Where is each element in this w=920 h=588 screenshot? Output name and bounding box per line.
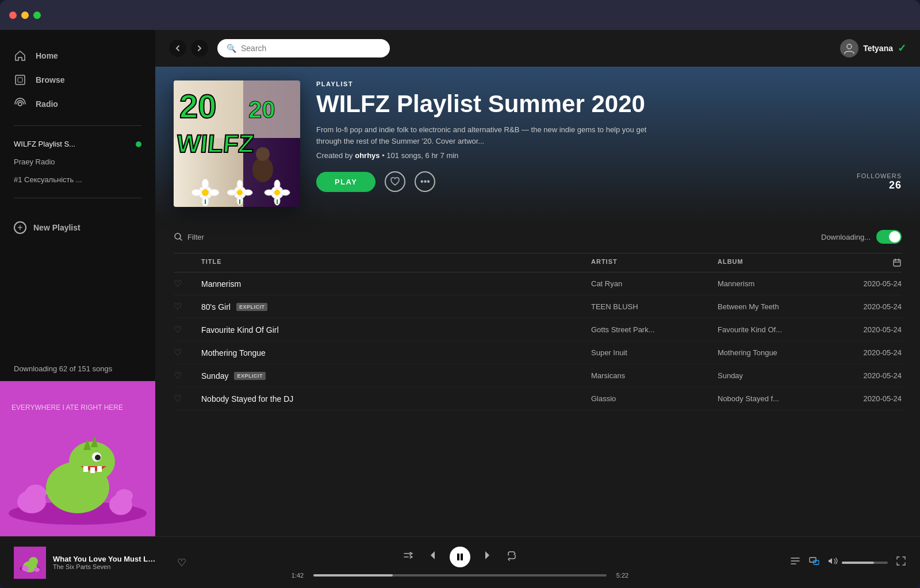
fullscreen-button[interactable] <box>896 556 906 569</box>
track-row[interactable]: ♡ Sunday EXPLICIT Marsicans Sunday 2020-… <box>174 364 902 387</box>
browse-label: Browse <box>36 75 65 84</box>
svg-line-49 <box>180 239 182 240</box>
svg-point-44 <box>281 190 290 195</box>
time-current: 1:42 <box>288 572 308 579</box>
volume-bar-container <box>828 556 888 569</box>
search-input[interactable] <box>241 44 381 53</box>
add-playlist-icon: + <box>14 221 26 234</box>
next-button[interactable] <box>482 549 494 564</box>
filter-bar: Filter Downloading... <box>174 221 902 253</box>
maximize-button[interactable] <box>33 11 41 19</box>
track-album: Sunday <box>718 371 844 380</box>
progress-track[interactable] <box>313 574 607 577</box>
now-playing-artist: The Six Parts Seven <box>53 563 170 570</box>
track-artist: Super Inuit <box>591 348 718 357</box>
sidebar-item-home[interactable]: Home <box>0 44 155 68</box>
devices-button[interactable] <box>808 555 820 570</box>
followers-count: 26 <box>857 179 902 191</box>
track-row[interactable]: ♡ Mannerism Cat Ryan Mannerism 2020-05-2… <box>174 272 902 295</box>
svg-point-40 <box>274 190 280 195</box>
playlist-header: 20 WILFZ 20 <box>155 67 920 221</box>
svg-point-19 <box>847 44 852 49</box>
pause-button[interactable] <box>450 547 470 567</box>
close-button[interactable] <box>9 11 17 19</box>
volume-icon[interactable] <box>828 556 838 569</box>
track-row[interactable]: ♡ Nobody Stayed for the DJ Glassio Nobod… <box>174 387 902 410</box>
svg-rect-62 <box>461 554 463 560</box>
col-date-header <box>844 258 902 267</box>
sidebar-playlist-wilfz[interactable]: WILFZ Playlist S... <box>0 135 155 153</box>
player-right <box>734 555 906 570</box>
volume-track[interactable] <box>842 562 888 564</box>
track-title-cell: 80's Girl EXPLICIT <box>201 302 591 312</box>
track-album: Nobody Stayed f... <box>718 394 844 403</box>
track-row[interactable]: ♡ 80's Girl EXPLICIT TEEN BLUSH Between … <box>174 295 902 318</box>
sidebar-divider-2 <box>14 198 141 198</box>
downloading-label: Downloading... <box>821 233 871 241</box>
sidebar-item-radio[interactable]: Radio <box>0 92 155 116</box>
svg-point-31 <box>191 189 202 196</box>
sidebar-divider <box>14 125 141 126</box>
radio-label: Radio <box>36 99 58 109</box>
svg-point-28 <box>202 189 209 196</box>
play-button[interactable]: PLAY <box>316 172 375 192</box>
filter-input-area[interactable]: Filter <box>174 232 204 241</box>
top-bar: 🔍 Tetyana ✓ <box>155 30 920 67</box>
minimize-button[interactable] <box>21 11 29 19</box>
svg-point-15 <box>25 485 46 502</box>
track-name: Nobody Stayed for the DJ <box>201 394 293 403</box>
svg-rect-50 <box>894 260 900 266</box>
sidebar-playlist-sexy[interactable]: #1 Сексуальність ... <box>0 171 155 189</box>
sidebar-item-browse[interactable]: Browse <box>0 68 155 92</box>
track-name: 80's Girl <box>201 302 231 312</box>
now-playing-heart-button[interactable]: ♡ <box>177 556 186 569</box>
new-playlist-button[interactable]: + New Playlist <box>0 212 155 243</box>
track-name: Mannerism <box>201 279 241 289</box>
queue-button[interactable] <box>790 556 800 569</box>
track-heart[interactable]: ♡ <box>174 347 201 358</box>
search-bar[interactable]: 🔍 <box>217 39 390 57</box>
track-heart[interactable]: ♡ <box>174 324 201 335</box>
track-row[interactable]: ♡ Mothering Tongue Super Inuit Mothering… <box>174 341 902 364</box>
svg-text:EVERYWHERE I ATE RIGHT HERE: EVERYWHERE I ATE RIGHT HERE <box>12 403 123 412</box>
track-heart[interactable]: ♡ <box>174 393 201 404</box>
progress-bar-container: 1:42 5:22 <box>288 572 632 579</box>
track-heart[interactable]: ♡ <box>174 370 201 381</box>
svg-point-59 <box>22 566 29 571</box>
col-title-header: TITLE <box>201 258 591 267</box>
track-artist: Marsicans <box>591 371 718 380</box>
svg-rect-0 <box>16 75 25 84</box>
like-button[interactable] <box>385 171 405 192</box>
track-title-cell: Mannerism <box>201 279 591 289</box>
track-list-area: Filter Downloading... TITLE ARTIST ALBUM <box>155 221 920 536</box>
svg-point-32 <box>209 189 219 196</box>
back-button[interactable] <box>169 40 186 57</box>
user-avatar <box>840 39 858 57</box>
now-playing: What You Love You Must Love Now The Six … <box>14 547 186 579</box>
track-heart[interactable]: ♡ <box>174 301 201 312</box>
sidebar-playlist-praey[interactable]: Praey Radio <box>0 153 155 171</box>
repeat-button[interactable] <box>506 549 518 564</box>
track-name: Mothering Tongue <box>201 348 266 358</box>
track-heart[interactable]: ♡ <box>174 278 201 289</box>
svg-rect-7 <box>83 466 88 472</box>
track-title-cell: Sunday EXPLICIT <box>201 371 591 381</box>
forward-button[interactable] <box>191 40 208 57</box>
col-artist-header: ARTIST <box>591 258 718 267</box>
download-toggle[interactable] <box>876 230 902 244</box>
app-container: Home Browse Radio <box>0 30 920 536</box>
radio-icon <box>14 98 26 110</box>
svg-text:20: 20 <box>179 87 217 125</box>
track-title-cell: Favourite Kind Of Girl <box>201 325 591 335</box>
track-row[interactable]: ♡ Favourite Kind Of Girl Gotts Street Pa… <box>174 318 902 341</box>
playlist-info: PLAYLIST WILFZ Playlist Summer 2020 From… <box>316 80 902 197</box>
svg-point-41 <box>274 180 280 189</box>
track-title-cell: Mothering Tongue <box>201 348 591 358</box>
previous-button[interactable] <box>425 549 438 564</box>
shuffle-button[interactable] <box>402 549 414 564</box>
explicit-badge: EXPLICIT <box>234 372 266 380</box>
more-options-button[interactable]: ••• <box>415 171 435 192</box>
new-playlist-label: New Playlist <box>33 223 80 232</box>
progress-fill <box>313 574 393 577</box>
track-date: 2020-05-24 <box>844 348 902 357</box>
